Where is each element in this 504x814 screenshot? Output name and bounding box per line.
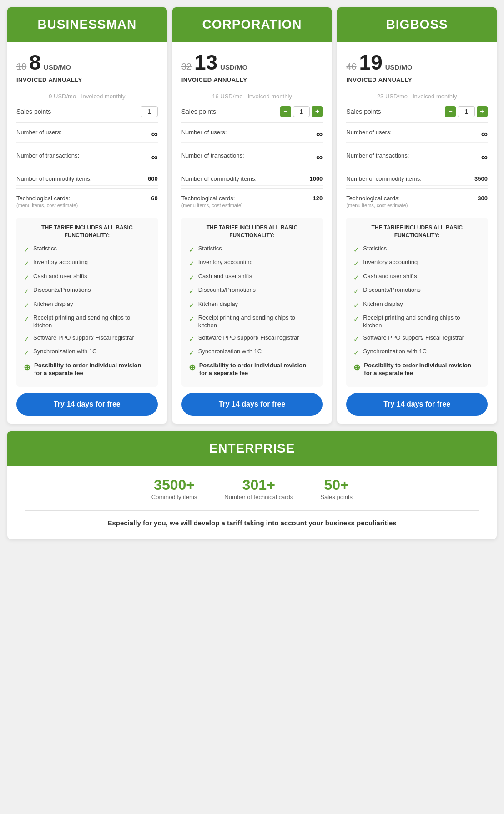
feature-text-bigboss-4: Kitchen display <box>363 300 403 308</box>
price-monthly-corporation: 16 USD/mo - invoiced monthly <box>181 93 323 100</box>
trial-button-businessman[interactable]: Try 14 days for free <box>16 393 158 416</box>
check-icon-businessman-5: ✓ <box>24 315 30 324</box>
feature-item-businessman-4: ✓Kitchen display <box>24 300 151 310</box>
feature-value-bigboss-0: ∞ <box>481 129 488 139</box>
price-row-bigboss: 4619USD/MO <box>346 50 488 75</box>
price-old-businessman: 18 <box>16 61 26 72</box>
feature-item-businessman-2: ✓Cash and user shifts <box>24 273 151 282</box>
revision-item-corporation: ⊕Possibility to order individual revisio… <box>189 362 316 377</box>
price-divider-bigboss <box>346 88 488 88</box>
check-icon-bigboss-4: ✓ <box>353 301 359 310</box>
feature-value-corporation-3: 120 <box>313 195 323 202</box>
price-label-corporation: INVOICED ANNUALLY <box>181 76 323 83</box>
feature-divider-corporation-2 <box>181 169 323 169</box>
sales-count-bigboss: 1 <box>458 106 475 117</box>
feature-text-businessman-4: Kitchen display <box>33 300 73 308</box>
enterprise-stat-0: 3500+Commodity items <box>151 477 197 501</box>
feature-label-corporation-3: Technological cards:(menu items, cost es… <box>181 195 243 209</box>
feature-divider-bigboss-2 <box>346 169 488 169</box>
feature-value-bigboss-1: ∞ <box>481 152 488 163</box>
feature-divider-bigboss-3 <box>346 188 488 189</box>
check-icon-bigboss-0: ✓ <box>353 245 359 254</box>
stepper-plus-corporation[interactable]: + <box>312 106 323 117</box>
plus-circle-icon-businessman: ⊕ <box>24 362 30 373</box>
feature-text-corporation-1: Inventory accounting <box>198 259 253 266</box>
enterprise-divider <box>25 510 479 511</box>
feature-value-corporation-1: ∞ <box>316 152 323 163</box>
feature-value-corporation-0: ∞ <box>316 129 323 139</box>
sales-label-bigboss: Sales points <box>346 108 381 115</box>
feature-text-bigboss-1: Inventory accounting <box>363 259 418 266</box>
price-old-bigboss: 46 <box>346 61 356 72</box>
feature-list-corporation: ✓Statistics✓Inventory accounting✓Cash an… <box>189 245 316 357</box>
sales-count-businessman: 1 <box>141 106 158 117</box>
feature-row-bigboss-3: Technological cards:(menu items, cost es… <box>346 192 488 212</box>
stepper-plus-bigboss[interactable]: + <box>477 106 488 117</box>
feature-label-corporation-0: Number of users: <box>181 129 227 136</box>
feature-row-corporation-2: Number of commodity items:1000 <box>181 172 323 186</box>
price-divider-businessman <box>16 88 158 88</box>
feature-label-businessman-0: Number of users: <box>16 129 62 136</box>
feature-text-corporation-6: Software PPO support/ Fiscal registrar <box>198 334 299 342</box>
revision-text-businessman: Possibility to order individual revision… <box>34 362 151 377</box>
feature-text-businessman-1: Inventory accounting <box>33 259 88 266</box>
price-unit-businessman: USD/MO <box>44 63 71 71</box>
plan-title-corporation: CORPORATION <box>172 7 332 42</box>
sales-row-corporation: Sales points−1+ <box>181 106 323 117</box>
feature-text-businessman-5: Receipt printing and sending chips to ki… <box>33 314 151 330</box>
pricing-grid: BUSINESSMAN188USD/MOINVOICED ANNUALLY9 U… <box>7 7 497 424</box>
check-icon-businessman-7: ✓ <box>24 348 30 357</box>
feature-label-corporation-1: Number of transactions: <box>181 152 244 159</box>
revision-item-bigboss: ⊕Possibility to order individual revisio… <box>353 362 480 377</box>
enterprise-header: ENTERPRISE <box>7 431 497 466</box>
stepper-minus-bigboss[interactable]: − <box>445 106 456 117</box>
feature-row-corporation-1: Number of transactions:∞ <box>181 149 323 166</box>
feature-text-businessman-7: Synchronization with 1C <box>33 348 96 356</box>
tariff-section-corporation: THE TARIFF INCLUDES ALL BASIC FUNCTIONAL… <box>181 218 323 387</box>
feature-label-businessman-3: Technological cards:(menu items, cost es… <box>16 195 78 209</box>
enterprise-section: ENTERPRISE 3500+Commodity items301+Numbe… <box>7 431 497 539</box>
check-icon-businessman-0: ✓ <box>24 245 30 254</box>
plan-card-bigboss: BIGBOSS4619USD/MOINVOICED ANNUALLY23 USD… <box>337 7 497 424</box>
price-new-bigboss: 19 <box>359 50 383 75</box>
stepper-minus-corporation[interactable]: − <box>280 106 291 117</box>
feature-item-businessman-5: ✓Receipt printing and sending chips to k… <box>24 314 151 330</box>
feature-text-bigboss-0: Statistics <box>363 245 387 253</box>
price-new-businessman: 8 <box>29 50 41 75</box>
feature-item-bigboss-0: ✓Statistics <box>353 245 480 254</box>
feature-text-corporation-3: Discounts/Promotions <box>198 286 256 294</box>
stat-number-1: 301+ <box>224 477 293 493</box>
feature-value-corporation-2: 1000 <box>309 175 323 182</box>
feature-row-bigboss-0: Number of users:∞ <box>346 126 488 143</box>
feature-row-businessman-2: Number of commodity items:600 <box>16 172 158 186</box>
sales-label-businessman: Sales points <box>16 108 51 115</box>
check-icon-bigboss-7: ✓ <box>353 348 359 357</box>
feature-label-bigboss-1: Number of transactions: <box>346 152 409 159</box>
plus-circle-icon-corporation: ⊕ <box>189 362 196 373</box>
feature-text-bigboss-6: Software PPO support/ Fiscal registrar <box>363 334 464 342</box>
price-monthly-bigboss: 23 USD/mo - invoiced monthly <box>346 93 488 100</box>
feature-item-corporation-2: ✓Cash and user shifts <box>189 273 316 282</box>
feature-row-bigboss-2: Number of commodity items:3500 <box>346 172 488 186</box>
plus-circle-icon-bigboss: ⊕ <box>353 362 360 373</box>
feature-item-businessman-3: ✓Discounts/Promotions <box>24 286 151 296</box>
check-icon-businessman-4: ✓ <box>24 301 30 310</box>
price-unit-bigboss: USD/MO <box>385 63 413 71</box>
feature-value-businessman-2: 600 <box>148 175 158 182</box>
feature-item-bigboss-5: ✓Receipt printing and sending chips to k… <box>353 314 480 330</box>
feature-item-bigboss-1: ✓Inventory accounting <box>353 259 480 268</box>
price-new-corporation: 13 <box>194 50 217 75</box>
feature-row-businessman-1: Number of transactions:∞ <box>16 149 158 166</box>
feature-text-businessman-2: Cash and user shifts <box>33 273 87 280</box>
stat-number-0: 3500+ <box>151 477 197 493</box>
feature-item-businessman-1: ✓Inventory accounting <box>24 259 151 268</box>
trial-button-corporation[interactable]: Try 14 days for free <box>181 393 323 416</box>
enterprise-stat-1: 301+Number of technical cards <box>224 477 293 501</box>
trial-button-bigboss[interactable]: Try 14 days for free <box>346 393 488 416</box>
check-icon-bigboss-3: ✓ <box>353 287 359 296</box>
tariff-title-bigboss: THE TARIFF INCLUDES ALL BASIC FUNCTIONAL… <box>353 224 480 239</box>
price-monthly-businessman: 9 USD/mo - invoiced monthly <box>16 93 158 100</box>
feature-divider-corporation-0 <box>181 122 323 123</box>
feature-label-businessman-1: Number of transactions: <box>16 152 79 159</box>
feature-row-businessman-0: Number of users:∞ <box>16 126 158 143</box>
